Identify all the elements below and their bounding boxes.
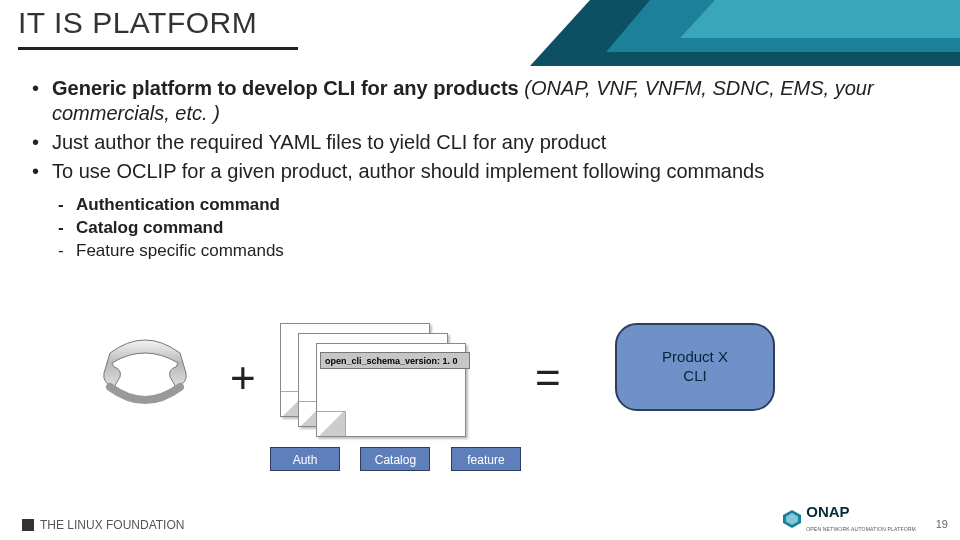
title-accent <box>530 0 960 66</box>
content-area: Generic platform to develop CLI for any … <box>0 66 960 263</box>
tag-catalog: Catalog <box>360 447 430 471</box>
product-box: Product X CLI <box>615 323 775 411</box>
tag-feature: feature <box>451 447 521 471</box>
title-bar: IT IS PLATFORM <box>0 0 960 66</box>
svg-marker-2 <box>680 0 960 38</box>
onap-icon <box>782 509 802 529</box>
diagram: + open_cli_schema_version: 1. 0 Auth Cat… <box>90 315 890 475</box>
bullet-1-bold: Generic platform to develop CLI for any … <box>52 77 519 99</box>
footer: THE LINUX FOUNDATION ONAP OPEN NETWORK A… <box>0 504 960 540</box>
title-underline <box>18 47 298 50</box>
plus-sign: + <box>230 353 256 403</box>
onap-text: ONAP <box>806 503 849 520</box>
sub-bullet-list: Authentication command Catalog command F… <box>58 194 930 263</box>
bullet-2: Just author the required YAML files to y… <box>30 130 930 155</box>
page-number: 19 <box>936 518 948 530</box>
lf-icon <box>22 519 34 531</box>
slide-title: IT IS PLATFORM <box>18 6 257 40</box>
schema-label: open_cli_schema_version: 1. 0 <box>320 352 470 369</box>
sub-1: Authentication command <box>58 194 930 217</box>
onap-logo: ONAP OPEN NETWORK AUTOMATION PLATFORM <box>782 503 916 534</box>
card-stack: open_cli_schema_version: 1. 0 <box>280 323 490 433</box>
clip-icon <box>90 333 200 411</box>
equals-sign: = <box>535 353 561 403</box>
sub-3: Feature specific commands <box>58 240 930 263</box>
linux-foundation-logo: THE LINUX FOUNDATION <box>22 518 184 532</box>
onap-subtext: OPEN NETWORK AUTOMATION PLATFORM <box>806 526 916 532</box>
sub-2: Catalog command <box>58 217 930 240</box>
bullet-3: To use OCLIP for a given product, author… <box>30 159 930 184</box>
lf-text: THE LINUX FOUNDATION <box>40 518 184 532</box>
bullet-list: Generic platform to develop CLI for any … <box>30 76 930 184</box>
product-line-1: Product X <box>617 348 773 367</box>
tag-auth: Auth <box>270 447 340 471</box>
product-line-2: CLI <box>617 367 773 386</box>
slide: IT IS PLATFORM Generic platform to devel… <box>0 0 960 540</box>
bullet-1: Generic platform to develop CLI for any … <box>30 76 930 126</box>
tag-row: Auth Catalog feature <box>270 447 537 471</box>
